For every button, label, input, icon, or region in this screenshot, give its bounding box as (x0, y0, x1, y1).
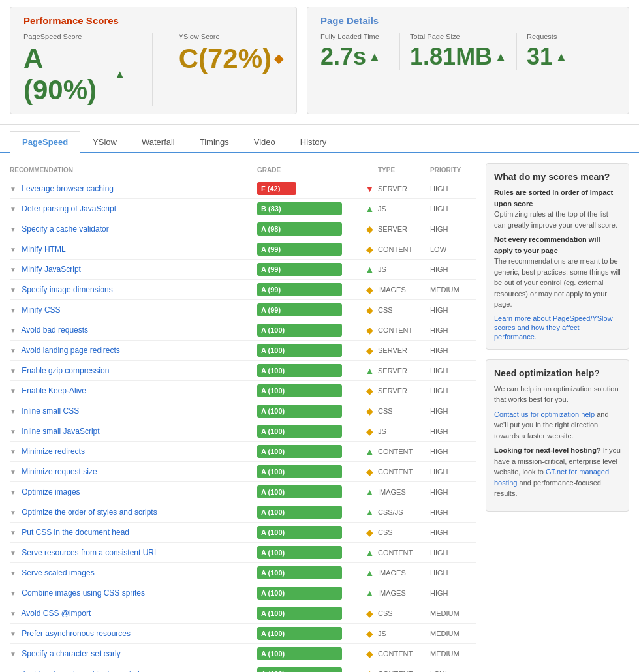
arrow-diamond-icon: ◆ (366, 608, 373, 619)
row-recommendation: ▼ Optimize the order of styles and scrip… (10, 508, 257, 517)
table-row: ▼ Specify a cache validator A (98) ◆ SER… (10, 219, 476, 239)
expand-icon[interactable]: ▼ (10, 448, 16, 455)
expand-icon[interactable]: ▼ (10, 509, 16, 516)
grade-bar: A (100) (257, 627, 342, 640)
total-size-value: 1.81MB ▲ (410, 43, 507, 70)
recommendation-link[interactable]: Prefer asynchronous resources (22, 629, 131, 638)
tabs-bar: PageSpeedYSlowWaterfallTimingsVideoHisto… (10, 131, 629, 152)
row-type: IMAGES (378, 286, 430, 294)
table-row: ▼ Minimize request size A (100) ◆ CONTEN… (10, 462, 476, 482)
row-priority: HIGH (430, 185, 476, 192)
expand-icon[interactable]: ▼ (10, 388, 16, 395)
expand-icon[interactable]: ▼ (10, 408, 16, 415)
expand-icon[interactable]: ▼ (10, 327, 16, 334)
recommendation-link[interactable]: Specify a cache validator (22, 224, 108, 234)
tab-timings[interactable]: Timings (187, 131, 242, 152)
grade-bar: A (100) (257, 405, 342, 418)
expand-icon[interactable]: ▼ (10, 630, 16, 637)
recommendation-link[interactable]: Enable Keep-Alive (22, 386, 86, 395)
tab-waterfall[interactable]: Waterfall (129, 131, 187, 152)
recommendation-link[interactable]: Minimize request size (22, 467, 97, 476)
recommendation-link[interactable]: Specify image dimensions (22, 285, 112, 294)
expand-icon[interactable]: ▼ (10, 185, 16, 192)
recommendation-link[interactable]: Serve resources from a consistent URL (22, 548, 158, 557)
row-arrow: ◆ (362, 284, 378, 295)
requests-value: 31 ▲ (527, 43, 596, 70)
row-type: IMAGES (378, 589, 430, 597)
grade-bar: A (100) (257, 364, 342, 377)
expand-icon[interactable]: ▼ (10, 590, 16, 597)
row-recommendation: ▼ Specify a cache validator (10, 224, 257, 234)
expand-icon[interactable]: ▼ (10, 570, 16, 577)
row-grade: A (99) (257, 303, 362, 316)
recommendation-link[interactable]: Enable gzip compression (22, 366, 109, 375)
row-recommendation: ▼ Serve scaled images (10, 568, 257, 577)
expand-icon[interactable]: ▼ (10, 529, 16, 536)
recommendation-link[interactable]: Avoid bad requests (22, 326, 89, 335)
recommendation-link[interactable]: Minify JavaScript (22, 265, 81, 274)
arrow-diamond-icon: ◆ (366, 345, 373, 356)
recommendation-link[interactable]: Minimize redirects (22, 447, 85, 456)
row-type: CONTENT (378, 468, 430, 476)
expand-icon[interactable]: ▼ (10, 650, 16, 658)
row-priority: HIGH (430, 367, 476, 374)
expand-icon[interactable]: ▼ (10, 226, 16, 233)
expand-icon[interactable]: ▼ (10, 367, 16, 374)
recommendation-link[interactable]: Avoid a character set in the meta tag (22, 669, 149, 672)
grade-bar: A (100) (257, 667, 342, 672)
row-arrow: ◆ (362, 325, 378, 335)
expand-icon[interactable]: ▼ (10, 489, 16, 496)
tab-video[interactable]: Video (242, 131, 288, 152)
arrow-up-icon: ▲ (366, 507, 375, 517)
recommendation-link[interactable]: Optimize images (22, 487, 80, 496)
row-priority: HIGH (430, 468, 476, 476)
row-type: CSS (378, 306, 430, 314)
expand-icon[interactable]: ▼ (10, 468, 16, 476)
row-arrow: ▲ (362, 568, 378, 578)
row-grade: A (100) (257, 566, 362, 579)
recommendation-link[interactable]: Combine images using CSS sprites (22, 588, 145, 598)
expand-icon[interactable]: ▼ (10, 266, 16, 273)
recommendation-link[interactable]: Avoid landing page redirects (22, 346, 120, 355)
recommendation-link[interactable]: Avoid CSS @import (22, 609, 91, 618)
expand-icon[interactable]: ▼ (10, 610, 16, 617)
expand-icon[interactable]: ▼ (10, 246, 16, 253)
table-row: ▼ Optimize images A (100) ▲ IMAGES HIGH (10, 482, 476, 502)
row-priority: HIGH (430, 205, 476, 213)
recommendation-link[interactable]: Serve scaled images (22, 568, 94, 577)
expand-icon[interactable]: ▼ (10, 206, 16, 213)
expand-icon[interactable]: ▼ (10, 347, 16, 354)
page-title: Page Details (320, 15, 616, 26)
pagespeed-learn-link[interactable]: Learn more about PageSpeed/YSlow scores … (494, 314, 613, 341)
main-content: RECOMMENDATION GRADE TYPE PRIORITY ▼ Lev… (0, 153, 639, 672)
recommendation-link[interactable]: Inline small CSS (22, 406, 79, 416)
expand-icon[interactable]: ▼ (10, 307, 16, 314)
recommendation-link[interactable]: Leverage browser caching (22, 184, 114, 193)
scores-box-p1: Rules are sorted in order of impact upon… (494, 187, 621, 230)
contact-us-link[interactable]: Contact us for optimization help (494, 410, 595, 418)
row-arrow: ◆ (362, 608, 378, 619)
recommendation-link[interactable]: Inline small JavaScript (22, 427, 99, 436)
expand-icon[interactable]: ▼ (10, 428, 16, 435)
row-priority: HIGH (430, 266, 476, 273)
optimization-help-box: Need optimization help? We can help in a… (486, 359, 629, 512)
table-row: ▼ Serve resources from a consistent URL … (10, 543, 476, 563)
recommendation-link[interactable]: Minify CSS (22, 305, 60, 314)
tabs-section: PageSpeedYSlowWaterfallTimingsVideoHisto… (0, 131, 639, 153)
table-row: ▼ Combine images using CSS sprites A (10… (10, 583, 476, 603)
tab-yslow[interactable]: YSlow (80, 131, 129, 152)
row-grade: A (100) (257, 587, 362, 600)
recommendation-link[interactable]: Put CSS in the document head (22, 528, 129, 537)
recommendation-link[interactable]: Optimize the order of styles and scripts (22, 508, 157, 517)
row-priority: HIGH (430, 326, 476, 334)
tab-pagespeed[interactable]: PageSpeed (10, 131, 80, 153)
row-recommendation: ▼ Avoid a character set in the meta tag (10, 669, 257, 672)
recommendation-link[interactable]: Specify a character set early (22, 649, 120, 658)
expand-icon[interactable]: ▼ (10, 286, 16, 294)
tab-history[interactable]: History (288, 131, 339, 152)
recommendation-link[interactable]: Defer parsing of JavaScript (22, 204, 116, 213)
recommendation-link[interactable]: Minify HTML (22, 245, 65, 254)
row-type: SERVER (378, 225, 430, 233)
row-priority: HIGH (430, 346, 476, 354)
expand-icon[interactable]: ▼ (10, 549, 16, 557)
